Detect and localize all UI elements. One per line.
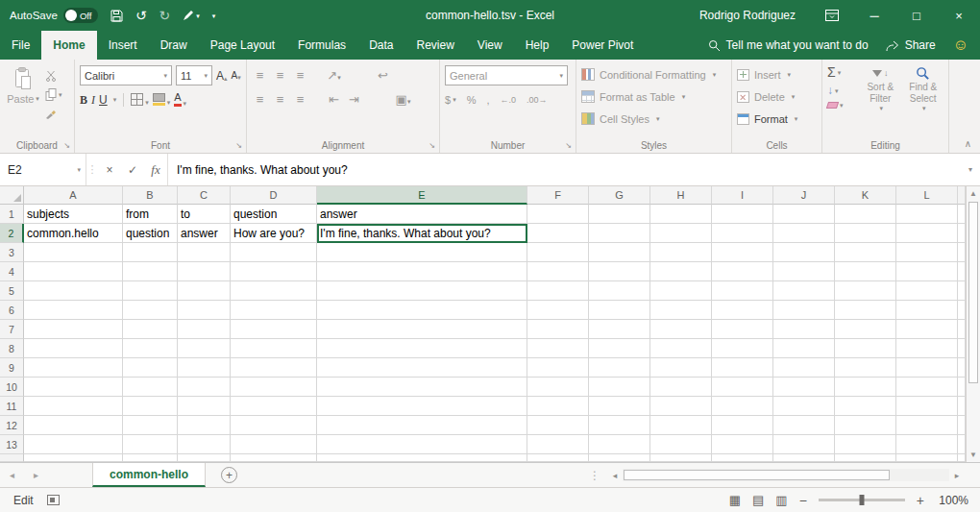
sort-filter-button[interactable]: ↓ Sort & Filter▾	[860, 63, 900, 137]
cell-C12[interactable]	[178, 416, 231, 435]
font-size-select[interactable]: 11▾	[176, 65, 212, 85]
cell-L7[interactable]	[896, 320, 958, 339]
cell-I6[interactable]	[712, 301, 773, 320]
format-cells-button[interactable]: Format▾	[737, 110, 817, 128]
cell-L5[interactable]	[896, 281, 958, 301]
cell-F5[interactable]	[527, 281, 589, 301]
cell-E13[interactable]	[317, 435, 527, 454]
cell-L2[interactable]	[896, 224, 958, 243]
view-page-layout-icon[interactable]: ▤	[752, 494, 764, 506]
cell-A10[interactable]	[24, 378, 123, 397]
cell-F6[interactable]	[527, 301, 589, 320]
cell-E7[interactable]	[317, 320, 527, 339]
row-header-3[interactable]: 3	[0, 243, 24, 262]
cell-D7[interactable]	[231, 320, 317, 339]
share-button[interactable]: Share	[886, 38, 936, 52]
cell-H12[interactable]	[650, 416, 712, 435]
cancel-entry-button[interactable]: ×	[98, 154, 121, 185]
expand-formula-bar-icon[interactable]: ▾	[961, 154, 980, 185]
cell-F8[interactable]	[527, 339, 589, 358]
cell-F9[interactable]	[527, 358, 589, 378]
column-header-B[interactable]: B	[123, 186, 178, 205]
number-dialog-launcher[interactable]: ↘	[565, 141, 572, 150]
cell-C5[interactable]	[178, 281, 231, 301]
cell-A11[interactable]	[24, 397, 123, 416]
cell-I1[interactable]	[712, 205, 773, 224]
cell-H9[interactable]	[650, 358, 712, 378]
cell-H10[interactable]	[650, 378, 712, 397]
merge-center-icon[interactable]: ▣▾	[395, 93, 411, 106]
insert-function-button[interactable]: fx	[144, 154, 167, 185]
top-align-icon[interactable]: ≡	[252, 69, 268, 82]
cell-L3[interactable]	[896, 243, 958, 262]
cell-H8[interactable]	[650, 339, 712, 358]
cell-D10[interactable]	[231, 378, 317, 397]
cell-B12[interactable]	[123, 416, 178, 435]
cell-H4[interactable]	[650, 262, 712, 281]
cell-H2[interactable]	[650, 224, 712, 243]
cell-C2[interactable]: answer	[178, 224, 231, 243]
cell-D1[interactable]: question	[231, 205, 317, 224]
ribbon-tab-home[interactable]: Home	[41, 31, 96, 60]
cell-B4[interactable]	[123, 262, 178, 281]
cell-I12[interactable]	[712, 416, 773, 435]
vscroll-up-icon[interactable]: ▲	[967, 186, 980, 201]
decrease-font-size-icon[interactable]: A▾	[232, 71, 241, 81]
sheet-nav-left-icon[interactable]: ◂	[0, 463, 24, 487]
cell-C11[interactable]	[178, 397, 231, 416]
accounting-format-icon[interactable]: $▾	[445, 94, 456, 106]
cell-E1[interactable]: answer	[317, 205, 527, 224]
cell-L6[interactable]	[896, 301, 958, 320]
customize-qat-icon[interactable]: ▾	[212, 12, 216, 19]
cell-K10[interactable]	[835, 378, 896, 397]
row-header-11[interactable]: 11	[0, 397, 24, 416]
cell-E3[interactable]	[317, 243, 527, 262]
cell-F7[interactable]	[527, 320, 589, 339]
cell-I10[interactable]	[712, 378, 773, 397]
sheet-tab-common-hello[interactable]: common-hello	[92, 463, 206, 487]
cell-J13[interactable]	[773, 435, 835, 454]
formula-bar-resize-handle[interactable]: ⋮	[86, 154, 98, 185]
ribbon-tab-review[interactable]: Review	[404, 31, 465, 60]
zoom-out-button[interactable]: −	[799, 494, 807, 507]
name-box-dropdown-icon[interactable]: ▾	[77, 166, 81, 174]
zoom-level[interactable]: 100%	[936, 494, 968, 507]
cell-I5[interactable]	[712, 281, 773, 301]
align-left-icon[interactable]: ≡	[252, 93, 268, 106]
cell-B5[interactable]	[123, 281, 178, 301]
align-right-icon[interactable]: ≡	[292, 93, 308, 106]
cell-L11[interactable]	[896, 397, 958, 416]
collapse-ribbon-icon[interactable]: ∧	[965, 138, 971, 149]
row-header-10[interactable]: 10	[0, 378, 24, 397]
cell-G4[interactable]	[589, 262, 650, 281]
cell-E2[interactable]: I'm fine, thanks. What about you?	[317, 224, 527, 243]
row-header-4[interactable]: 4	[0, 262, 24, 281]
column-header-A[interactable]: A	[24, 186, 123, 205]
cell-K1[interactable]	[835, 205, 896, 224]
cell-I3[interactable]	[712, 243, 773, 262]
cell-B1[interactable]: from	[123, 205, 178, 224]
cell-A1[interactable]: subjects	[24, 205, 123, 224]
cell-I11[interactable]	[712, 397, 773, 416]
cell-L9[interactable]	[896, 358, 958, 378]
zoom-slider-thumb[interactable]	[859, 495, 864, 505]
vscroll-track[interactable]	[967, 201, 980, 448]
hscroll-track[interactable]	[623, 469, 949, 481]
horizontal-scrollbar[interactable]: ◂ ▸	[603, 463, 968, 487]
cell-F4[interactable]	[527, 262, 589, 281]
cell-D3[interactable]	[231, 243, 317, 262]
font-dialog-launcher[interactable]: ↘	[235, 141, 242, 150]
orientation-icon[interactable]: ↗▾	[326, 69, 342, 82]
column-header-I[interactable]: I	[712, 186, 773, 205]
sheet-nav-right-icon[interactable]: ▸	[24, 463, 48, 487]
ribbon-tab-formulas[interactable]: Formulas	[286, 31, 357, 60]
conditional-formatting-button[interactable]: Conditional Formatting▾	[581, 65, 726, 84]
cell-K9[interactable]	[835, 358, 896, 378]
cell-E9[interactable]	[317, 358, 527, 378]
cell-J9[interactable]	[773, 358, 835, 378]
cell-J1[interactable]	[773, 205, 835, 224]
cell-K11[interactable]	[835, 397, 896, 416]
increase-indent-icon[interactable]: ⇥	[346, 93, 362, 106]
cell-A9[interactable]	[24, 358, 123, 378]
cell-L4[interactable]	[896, 262, 958, 281]
